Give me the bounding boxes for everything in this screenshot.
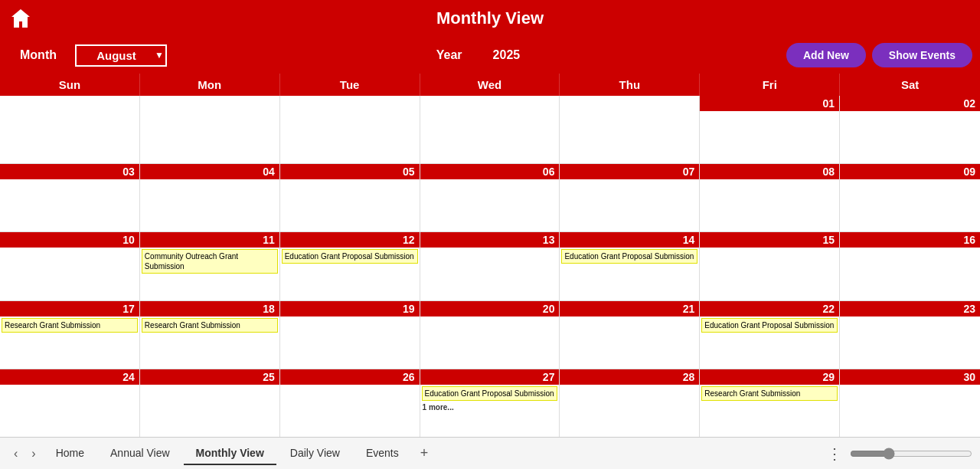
day-cell[interactable]: 21	[560, 301, 700, 369]
day-number: 10	[0, 232, 139, 248]
day-number: 22	[700, 301, 839, 316]
day-number: 26	[280, 369, 420, 385]
day-cell[interactable]: 07	[560, 164, 700, 231]
day-cell[interactable]: 11Community Outreach Grant Submission	[140, 232, 280, 300]
day-header-mon: Mon	[140, 74, 280, 96]
day-cell[interactable]	[0, 96, 140, 163]
day-number: 08	[700, 164, 839, 179]
tab-add-button[interactable]: +	[413, 442, 436, 464]
day-cell[interactable]: 17Research Grant Submission	[0, 301, 140, 369]
day-number: 18	[140, 301, 279, 316]
month-select-wrapper: August JanuaryFebruaryMarch AprilMayJune…	[75, 44, 167, 67]
event-item[interactable]: Education Grant Proposal Submission	[282, 249, 418, 264]
event-item[interactable]: Education Grant Proposal Submission	[561, 249, 697, 264]
day-number: 16	[840, 232, 980, 248]
day-cell[interactable]: 04	[140, 164, 280, 231]
day-cell[interactable]: 01	[700, 96, 840, 163]
weeks-container: 0102030405060708091011Community Outreach…	[0, 96, 980, 437]
event-item[interactable]: Research Grant Submission	[2, 318, 138, 333]
day-cell[interactable]: 30	[840, 369, 980, 437]
tab-bar: ‹ › Home Annual View Monthly View Daily …	[0, 437, 980, 469]
day-cell[interactable]: 08	[700, 164, 840, 231]
event-item[interactable]: Research Grant Submission	[142, 318, 278, 333]
day-number: 11	[140, 232, 279, 248]
day-number	[140, 96, 279, 99]
event-item[interactable]: Education Grant Proposal Submission	[701, 318, 838, 333]
day-cell[interactable]: 22Education Grant Proposal Submission	[700, 301, 840, 369]
day-cell[interactable]: 12Education Grant Proposal Submission	[280, 232, 420, 300]
week-row-4: 24252627Education Grant Proposal Submiss…	[0, 369, 980, 437]
day-cell[interactable]: 05	[280, 164, 420, 231]
day-number: 24	[0, 369, 139, 385]
home-icon[interactable]	[9, 7, 32, 30]
day-cell[interactable]: 28	[560, 369, 700, 437]
week-row-0: 0102	[0, 96, 980, 164]
zoom-slider[interactable]	[850, 448, 972, 460]
day-cell[interactable]	[560, 96, 700, 163]
day-cell[interactable]: 20	[420, 301, 560, 369]
tab-daily-view[interactable]: Daily View	[278, 442, 352, 465]
controls-row: Month August JanuaryFebruaryMarch AprilM…	[0, 37, 980, 74]
day-cell[interactable]: 25	[140, 369, 280, 437]
day-number	[560, 96, 699, 99]
add-new-button[interactable]: Add New	[786, 43, 866, 67]
tab-next-button[interactable]: ›	[25, 444, 41, 464]
day-number	[280, 96, 420, 99]
calendar-container: Sun Mon Tue Wed Thu Fri Sat 010203040506…	[0, 74, 980, 437]
day-cell[interactable]: 26	[280, 369, 420, 437]
day-number: 28	[560, 369, 699, 385]
day-header-fri: Fri	[700, 74, 840, 96]
day-cell[interactable]: 09	[840, 164, 980, 231]
day-cell[interactable]: 02	[840, 96, 980, 163]
day-cell[interactable]: 29Research Grant Submission	[700, 369, 840, 437]
day-number: 23	[840, 301, 980, 316]
day-number: 13	[420, 232, 560, 248]
day-number: 20	[420, 301, 560, 316]
event-item[interactable]: Community Outreach Grant Submission	[142, 249, 278, 274]
week-row-1: 03040506070809	[0, 164, 980, 232]
tab-options-button[interactable]: ⋮	[821, 441, 848, 466]
week-row-3: 17Research Grant Submission18Research Gr…	[0, 301, 980, 369]
event-item[interactable]: Research Grant Submission	[701, 386, 838, 401]
day-cell[interactable]: 14Education Grant Proposal Submission	[560, 232, 700, 300]
day-cell[interactable]: 15	[700, 232, 840, 300]
day-number: 15	[700, 232, 839, 248]
day-cell[interactable]: 18Research Grant Submission	[140, 301, 280, 369]
day-cell[interactable]	[280, 96, 420, 163]
tab-prev-button[interactable]: ‹	[8, 444, 24, 464]
day-number: 29	[700, 369, 839, 385]
day-number: 21	[560, 301, 699, 316]
zoom-control	[850, 448, 972, 460]
event-item[interactable]: Education Grant Proposal Submission	[422, 386, 558, 401]
month-select[interactable]: August JanuaryFebruaryMarch AprilMayJune…	[75, 44, 167, 67]
day-cell[interactable]: 03	[0, 164, 140, 231]
day-cell[interactable]: 16	[840, 232, 980, 300]
page-title: Monthly View	[436, 8, 544, 28]
tab-monthly-view[interactable]: Monthly View	[184, 442, 276, 465]
day-number: 14	[560, 232, 699, 248]
day-cell[interactable]: 10	[0, 232, 140, 300]
day-header-sun: Sun	[0, 74, 140, 96]
day-number: 01	[700, 96, 839, 111]
tab-annual-view[interactable]: Annual View	[98, 442, 182, 465]
app-header: Monthly View	[0, 0, 980, 37]
day-number: 27	[420, 369, 560, 385]
day-number: 25	[140, 369, 279, 385]
day-cell[interactable]: 24	[0, 369, 140, 437]
event-more[interactable]: 1 more...	[420, 402, 560, 412]
day-cell[interactable]: 23	[840, 301, 980, 369]
day-number: 03	[0, 164, 139, 179]
tab-events[interactable]: Events	[354, 442, 411, 465]
day-number	[420, 96, 560, 99]
day-cell[interactable]: 13	[420, 232, 560, 300]
month-label: Month	[8, 48, 69, 62]
show-events-button[interactable]: Show Events	[872, 43, 972, 67]
day-number: 17	[0, 301, 139, 316]
tab-home[interactable]: Home	[44, 442, 96, 465]
day-header-thu: Thu	[560, 74, 700, 96]
day-cell[interactable]: 06	[420, 164, 560, 231]
day-cell[interactable]	[140, 96, 280, 163]
day-cell[interactable]	[420, 96, 560, 163]
day-cell[interactable]: 27Education Grant Proposal Submission1 m…	[420, 369, 560, 437]
day-cell[interactable]: 19	[280, 301, 420, 369]
